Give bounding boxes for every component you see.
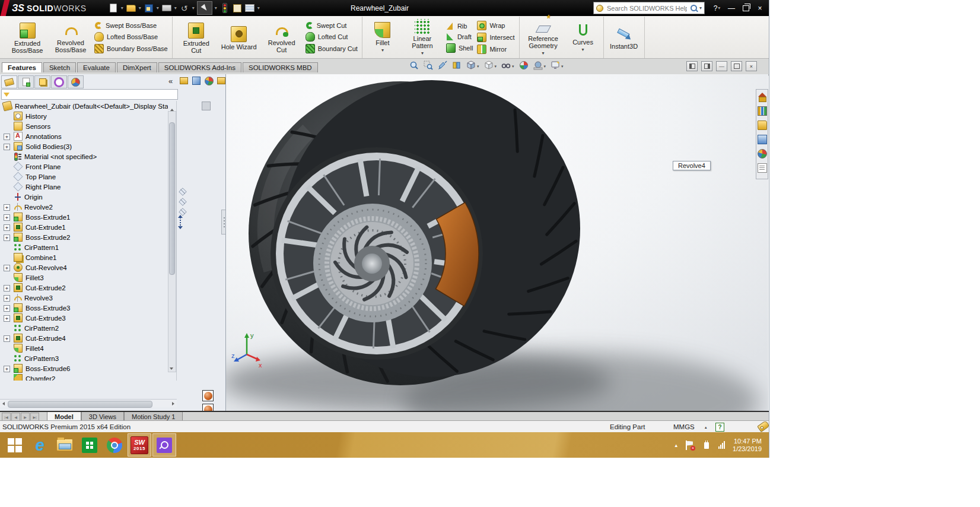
expand-toggle[interactable]: + — [4, 285, 10, 291]
close-button[interactable]: × — [753, 2, 766, 14]
ribbon-button-extruded-cut[interactable]: Extruded Cut — [177, 21, 216, 54]
tree-item-cut-revolve4[interactable]: +Cut-Revolve4 — [1, 262, 168, 272]
dropdown-caret[interactable]: ▾ — [542, 50, 545, 57]
expand-toggle[interactable]: + — [4, 134, 10, 140]
tree-filter-input[interactable] — [12, 90, 176, 99]
ribbon-button-curves[interactable]: Curves▾ — [567, 21, 599, 53]
tree-item-front-plane[interactable]: Front Plane — [1, 161, 168, 172]
ribbon-button-rib[interactable]: Rib — [446, 22, 473, 30]
tree-item-material-not-specified[interactable]: Material <not specified> — [1, 151, 168, 161]
tree-item-history[interactable]: History — [1, 111, 168, 121]
tree-item-cut-extrude4[interactable]: +Cut-Extrude4 — [1, 333, 168, 343]
search-app-taskbar-button[interactable] — [152, 433, 176, 457]
ribbon-button-boundary-cut[interactable]: Boundary Cut — [306, 44, 358, 53]
tab-dimxpert[interactable]: DimXpert — [117, 62, 157, 72]
next-tab-button[interactable]: ▶ — [21, 413, 30, 421]
save-button[interactable] — [144, 2, 154, 14]
tree-item-right-plane[interactable]: Right Plane — [1, 182, 168, 192]
section-view-button[interactable] — [451, 61, 463, 72]
taskbar-clock[interactable]: 10:47 PM 1/23/2019 — [733, 438, 762, 453]
tree-item-boss-extrude2[interactable]: +Boss-Extrude2 — [1, 232, 168, 242]
select-dropdown-caret[interactable]: ▾ — [215, 5, 217, 11]
network-signal-icon[interactable] — [718, 441, 725, 449]
tree-item-combine1[interactable]: Combine1 — [1, 252, 168, 262]
select-button[interactable] — [197, 1, 212, 15]
custom-properties-button[interactable] — [758, 163, 767, 173]
dropdown-caret[interactable]: ▾ — [421, 50, 424, 57]
expand-toggle[interactable]: + — [4, 335, 10, 342]
tag-icon[interactable] — [757, 420, 769, 432]
dropdown-caret[interactable]: ▾ — [512, 64, 514, 69]
pane-left-button[interactable] — [686, 61, 698, 71]
expand-toggle[interactable]: + — [4, 235, 10, 241]
tree-item-top-plane[interactable]: Top Plane — [1, 172, 168, 182]
tree-item-fillet3[interactable]: Fillet3 — [1, 272, 168, 283]
ribbon-button-linear-pattern[interactable]: Linear Pattern▾ — [403, 18, 442, 57]
scroll-down-button[interactable] — [169, 366, 174, 372]
featuremanager-tab[interactable] — [1, 75, 17, 88]
dropdown-caret[interactable]: ▾ — [477, 64, 479, 69]
panel-splitter-handle[interactable] — [221, 210, 226, 235]
vertical-scroll-thumb[interactable] — [169, 122, 175, 275]
ribbon-button-fillet[interactable]: Fillet▾ — [367, 21, 399, 54]
dropdown-caret[interactable]: ▾ — [544, 64, 546, 69]
ribbon-button-shell[interactable]: Shell — [446, 43, 473, 53]
appearance-swatch[interactable] — [202, 390, 214, 401]
zoom-to-area-button[interactable] — [422, 61, 434, 72]
minimize-button[interactable]: — — [716, 61, 727, 71]
file-explorer-taskbar-button[interactable] — [53, 433, 77, 457]
pane-right-button[interactable] — [701, 61, 712, 71]
ribbon-button-swept-boss-base[interactable]: Swept Boss/Base — [94, 21, 168, 30]
help-search-input[interactable] — [606, 4, 688, 12]
options-button[interactable] — [244, 2, 255, 14]
open-dropdown-caret[interactable]: ▾ — [139, 5, 141, 11]
file-properties-button[interactable] — [232, 2, 243, 14]
ribbon-button-swept-cut[interactable]: Swept Cut — [306, 21, 358, 30]
tab-evaluate[interactable]: Evaluate — [77, 62, 116, 72]
tree-item-chamfer2[interactable]: Chamfer2 — [1, 373, 168, 381]
view-palette-button[interactable] — [758, 135, 767, 144]
tree-filter-box[interactable] — [1, 89, 178, 100]
view-orientation-button[interactable]: ▾ — [465, 61, 481, 72]
propertymanager-tab[interactable] — [18, 75, 34, 88]
expand-toggle[interactable]: + — [4, 144, 10, 150]
expand-toggle[interactable]: + — [4, 295, 10, 302]
dropdown-caret[interactable]: ▾ — [582, 46, 584, 53]
appearance-swatch[interactable] — [202, 404, 214, 411]
apply-scene-button[interactable]: ▾ — [532, 61, 548, 72]
ribbon-button-lofted-cut[interactable]: Lofted Cut — [306, 32, 358, 42]
first-tab-button[interactable]: |◀ — [2, 413, 11, 421]
search-dropdown-caret[interactable]: ▾ — [699, 5, 702, 11]
ribbon-button-boundary-boss-base[interactable]: Boundary Boss/Base — [94, 44, 168, 53]
undo-button[interactable]: ↺ — [179, 2, 190, 14]
tree-horizontal-scrollbar[interactable] — [0, 399, 177, 407]
ribbon-button-instant3d[interactable]: Instant3D — [608, 26, 640, 50]
ribbon-button-hole-wizard[interactable]: Hole Wizard — [220, 25, 258, 50]
new-dropdown-caret[interactable]: ▾ — [121, 5, 123, 11]
quick-tips-button[interactable]: ? — [715, 423, 724, 432]
internet-explorer-taskbar-button[interactable]: e — [28, 433, 52, 457]
solidworks-resources-button[interactable] — [758, 93, 766, 102]
ribbon-button-revolved-boss-base[interactable]: Revolved Boss/Base — [51, 22, 90, 53]
design-library-button[interactable] — [758, 106, 767, 116]
expand-toggle[interactable]: + — [4, 224, 10, 231]
tree-item-revolve2[interactable]: +Revolve2 — [1, 202, 168, 212]
ribbon-button-draft[interactable]: Draft — [446, 33, 473, 41]
undo-dropdown-caret[interactable]: ▾ — [192, 5, 195, 11]
tab-solidworks-mbd[interactable]: SOLIDWORKS MBD — [243, 62, 318, 72]
tree-item-boss-extrude1[interactable]: +Boss-Extrude1 — [1, 212, 168, 222]
tree-root-item[interactable]: Rearwheel_Zubair (Default<<Default>_Disp… — [1, 101, 168, 111]
ribbon-button-mirror[interactable]: Mirror — [477, 45, 514, 54]
minimize-button[interactable]: — — [725, 2, 738, 14]
solidworks-2015-taskbar-button[interactable]: SW2015 — [128, 433, 151, 457]
displaymanager-tab[interactable] — [68, 75, 84, 88]
tree-item-sensors[interactable]: Sensors — [1, 121, 168, 131]
hide-show-items-button[interactable]: ▾ — [500, 61, 516, 72]
file-explorer-button[interactable] — [758, 121, 767, 130]
expand-toggle[interactable]: + — [4, 265, 10, 271]
appearances-sphere-button[interactable] — [204, 76, 214, 85]
windows-store-taskbar-button[interactable] — [78, 433, 101, 457]
tab-solidworks-add-ins[interactable]: SOLIDWORKS Add-Ins — [158, 62, 241, 72]
ribbon-button-extruded-boss-base[interactable]: Extruded Boss/Base — [8, 21, 47, 54]
expand-toggle[interactable]: + — [4, 315, 10, 322]
